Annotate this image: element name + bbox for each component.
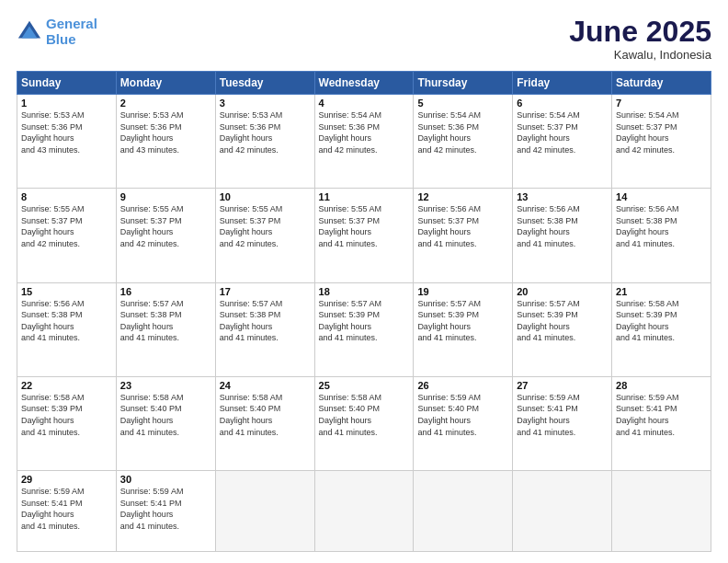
table-row: 19 Sunrise: 5:57 AMSunset: 5:39 PMDaylig… <box>414 282 513 376</box>
table-row: 10 Sunrise: 5:55 AMSunset: 5:37 PMDaylig… <box>215 189 314 282</box>
day-info: Sunrise: 5:53 AMSunset: 5:36 PMDaylight … <box>220 110 283 155</box>
table-row: 8 Sunrise: 5:55 AMSunset: 5:37 PMDayligh… <box>17 189 117 282</box>
table-row: 6 Sunrise: 5:54 AMSunset: 5:37 PMDayligh… <box>513 95 612 189</box>
day-number: 24 <box>220 380 311 391</box>
day-info: Sunrise: 5:53 AMSunset: 5:36 PMDaylight … <box>120 110 184 155</box>
table-row: 24 Sunrise: 5:58 AMSunset: 5:40 PMDaylig… <box>215 376 314 470</box>
day-info: Sunrise: 5:59 AMSunset: 5:40 PMDaylight … <box>417 393 481 437</box>
page: General Blue June 2025 Kawalu, Indonesia… <box>0 0 728 563</box>
table-row <box>414 471 513 552</box>
table-row: 14 Sunrise: 5:56 AMSunset: 5:38 PMDaylig… <box>612 189 711 282</box>
day-info: Sunrise: 5:57 AMSunset: 5:38 PMDaylight … <box>120 299 184 343</box>
logo-text: General Blue <box>46 17 97 47</box>
calendar-week-row: 29 Sunrise: 5:59 AMSunset: 5:41 PMDaylig… <box>17 471 711 552</box>
table-row: 12 Sunrise: 5:56 AMSunset: 5:37 PMDaylig… <box>414 189 513 282</box>
day-info: Sunrise: 5:57 AMSunset: 5:39 PMDaylight … <box>417 299 481 343</box>
day-info: Sunrise: 5:58 AMSunset: 5:39 PMDaylight … <box>616 299 679 343</box>
day-number: 10 <box>220 191 311 202</box>
day-number: 29 <box>21 474 112 485</box>
day-info: Sunrise: 5:56 AMSunset: 5:38 PMDaylight … <box>21 299 85 343</box>
location: Kawalu, Indonesia <box>569 48 711 62</box>
day-number: 25 <box>319 380 410 391</box>
table-row: 21 Sunrise: 5:58 AMSunset: 5:39 PMDaylig… <box>612 282 711 376</box>
month-title: June 2025 <box>569 17 711 46</box>
logo-line2: Blue <box>46 31 76 47</box>
day-info: Sunrise: 5:57 AMSunset: 5:39 PMDaylight … <box>517 299 580 343</box>
logo: General Blue <box>17 17 97 47</box>
day-info: Sunrise: 5:59 AMSunset: 5:41 PMDaylight … <box>616 393 679 437</box>
day-number: 2 <box>120 98 211 109</box>
col-tuesday: Tuesday <box>215 72 314 95</box>
table-row: 18 Sunrise: 5:57 AMSunset: 5:39 PMDaylig… <box>314 282 414 376</box>
day-info: Sunrise: 5:54 AMSunset: 5:37 PMDaylight … <box>517 110 580 155</box>
day-info: Sunrise: 5:55 AMSunset: 5:37 PMDaylight … <box>21 204 85 248</box>
day-info: Sunrise: 5:58 AMSunset: 5:40 PMDaylight … <box>120 393 184 437</box>
day-info: Sunrise: 5:58 AMSunset: 5:40 PMDaylight … <box>319 393 382 437</box>
header: General Blue June 2025 Kawalu, Indonesia <box>17 17 711 62</box>
day-info: Sunrise: 5:55 AMSunset: 5:37 PMDaylight … <box>220 204 283 248</box>
day-info: Sunrise: 5:54 AMSunset: 5:36 PMDaylight … <box>319 110 382 155</box>
table-row: 13 Sunrise: 5:56 AMSunset: 5:38 PMDaylig… <box>513 189 612 282</box>
calendar-week-row: 8 Sunrise: 5:55 AMSunset: 5:37 PMDayligh… <box>17 189 711 282</box>
calendar-week-row: 22 Sunrise: 5:58 AMSunset: 5:39 PMDaylig… <box>17 376 711 470</box>
day-number: 15 <box>21 286 112 297</box>
day-number: 8 <box>21 191 112 202</box>
day-number: 12 <box>417 191 508 202</box>
day-number: 11 <box>319 191 410 202</box>
day-number: 27 <box>517 380 608 391</box>
day-info: Sunrise: 5:56 AMSunset: 5:38 PMDaylight … <box>517 204 580 248</box>
day-number: 23 <box>120 380 211 391</box>
day-number: 18 <box>319 286 410 297</box>
day-number: 19 <box>417 286 508 297</box>
col-monday: Monday <box>116 72 215 95</box>
day-info: Sunrise: 5:55 AMSunset: 5:37 PMDaylight … <box>319 204 382 248</box>
day-info: Sunrise: 5:53 AMSunset: 5:36 PMDaylight … <box>21 110 85 155</box>
day-number: 3 <box>220 98 311 109</box>
day-info: Sunrise: 5:59 AMSunset: 5:41 PMDaylight … <box>21 487 85 531</box>
calendar-week-row: 15 Sunrise: 5:56 AMSunset: 5:38 PMDaylig… <box>17 282 711 376</box>
day-number: 5 <box>417 98 508 109</box>
table-row: 27 Sunrise: 5:59 AMSunset: 5:41 PMDaylig… <box>513 376 612 470</box>
day-info: Sunrise: 5:59 AMSunset: 5:41 PMDaylight … <box>120 487 184 531</box>
day-info: Sunrise: 5:56 AMSunset: 5:38 PMDaylight … <box>616 204 679 248</box>
day-number: 14 <box>616 191 707 202</box>
day-number: 30 <box>120 474 211 485</box>
table-row: 30 Sunrise: 5:59 AMSunset: 5:41 PMDaylig… <box>116 471 215 552</box>
day-info: Sunrise: 5:54 AMSunset: 5:36 PMDaylight … <box>417 110 481 155</box>
day-number: 4 <box>319 98 410 109</box>
table-row <box>513 471 612 552</box>
col-saturday: Saturday <box>612 72 711 95</box>
col-thursday: Thursday <box>414 72 513 95</box>
col-wednesday: Wednesday <box>314 72 414 95</box>
day-info: Sunrise: 5:58 AMSunset: 5:39 PMDaylight … <box>21 393 85 437</box>
day-number: 20 <box>517 286 608 297</box>
day-info: Sunrise: 5:57 AMSunset: 5:38 PMDaylight … <box>220 299 283 343</box>
day-number: 26 <box>417 380 508 391</box>
table-row <box>314 471 414 552</box>
table-row: 4 Sunrise: 5:54 AMSunset: 5:36 PMDayligh… <box>314 95 414 189</box>
table-row: 29 Sunrise: 5:59 AMSunset: 5:41 PMDaylig… <box>17 471 117 552</box>
table-row: 20 Sunrise: 5:57 AMSunset: 5:39 PMDaylig… <box>513 282 612 376</box>
day-number: 22 <box>21 380 112 391</box>
day-info: Sunrise: 5:57 AMSunset: 5:39 PMDaylight … <box>319 299 382 343</box>
day-number: 28 <box>616 380 707 391</box>
day-info: Sunrise: 5:59 AMSunset: 5:41 PMDaylight … <box>517 393 580 437</box>
table-row: 26 Sunrise: 5:59 AMSunset: 5:40 PMDaylig… <box>414 376 513 470</box>
logo-icon <box>17 19 42 45</box>
table-row: 15 Sunrise: 5:56 AMSunset: 5:38 PMDaylig… <box>17 282 117 376</box>
table-row: 2 Sunrise: 5:53 AMSunset: 5:36 PMDayligh… <box>116 95 215 189</box>
day-number: 13 <box>517 191 608 202</box>
calendar-week-row: 1 Sunrise: 5:53 AMSunset: 5:36 PMDayligh… <box>17 95 711 189</box>
day-info: Sunrise: 5:58 AMSunset: 5:40 PMDaylight … <box>220 393 283 437</box>
table-row <box>215 471 314 552</box>
day-number: 7 <box>616 98 707 109</box>
table-row: 3 Sunrise: 5:53 AMSunset: 5:36 PMDayligh… <box>215 95 314 189</box>
day-number: 1 <box>21 98 112 109</box>
table-row: 5 Sunrise: 5:54 AMSunset: 5:36 PMDayligh… <box>414 95 513 189</box>
day-number: 16 <box>120 286 211 297</box>
table-row: 11 Sunrise: 5:55 AMSunset: 5:37 PMDaylig… <box>314 189 414 282</box>
col-friday: Friday <box>513 72 612 95</box>
logo-line1: General <box>46 16 97 31</box>
day-number: 21 <box>616 286 707 297</box>
table-row: 22 Sunrise: 5:58 AMSunset: 5:39 PMDaylig… <box>17 376 117 470</box>
